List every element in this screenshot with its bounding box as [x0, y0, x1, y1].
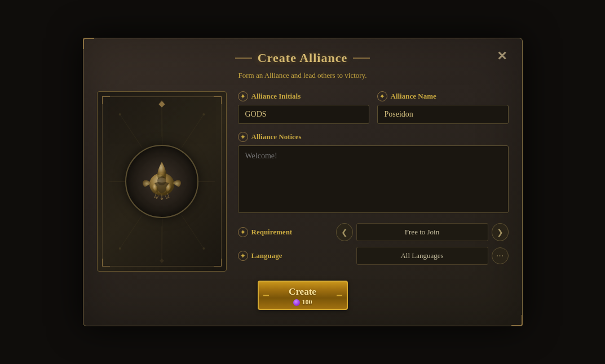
create-button[interactable]: Create 100	[258, 281, 348, 310]
language-more-button[interactable]: ···	[492, 247, 509, 264]
language-value: All Languages	[356, 247, 488, 265]
requirement-next-button[interactable]: ❯	[492, 223, 509, 241]
svg-point-10	[118, 247, 121, 250]
svg-marker-12	[160, 100, 164, 104]
alliance-initials-input[interactable]	[238, 105, 369, 124]
alliance-name-label: ✦ Alliance Name	[377, 91, 509, 101]
notices-label: ✦ Alliance Notices	[238, 132, 509, 142]
svg-point-11	[202, 247, 205, 250]
svg-line-7	[181, 215, 204, 248]
form-panel: ✦ Alliance Initials ✦ Alliance Name	[238, 91, 509, 272]
initials-name-row: ✦ Alliance Initials ✦ Alliance Name	[238, 91, 509, 124]
create-cost: 100	[287, 298, 319, 307]
initials-label-icon: ✦	[238, 91, 248, 101]
language-label: ✦ Language	[238, 251, 328, 261]
requirement-value: Free to Join	[356, 223, 488, 241]
create-label: Create	[287, 286, 319, 298]
title-box: Create Alliance	[235, 48, 370, 68]
create-alliance-modal: Create Alliance Form an Alliance and lea…	[83, 38, 523, 326]
cost-value: 100	[302, 298, 312, 307]
language-row: ✦ Language All Languages ···	[238, 247, 509, 265]
helmet-icon	[136, 156, 187, 207]
language-selector: All Languages ···	[336, 247, 509, 265]
requirement-selector: ❮ Free to Join ❯	[336, 223, 509, 241]
svg-point-9	[202, 113, 205, 116]
svg-line-4	[120, 114, 142, 148]
modal-title: Create Alliance	[258, 51, 347, 65]
lang-label-icon: ✦	[238, 251, 248, 261]
modal-subtitle: Form an Alliance and lead others to vict…	[95, 71, 511, 80]
gem-icon	[293, 299, 300, 306]
svg-point-8	[118, 113, 121, 116]
close-button[interactable]: ✕	[492, 46, 512, 66]
alliance-badge-panel	[97, 91, 227, 272]
notices-label-icon: ✦	[238, 132, 248, 142]
alliance-initials-group: ✦ Alliance Initials	[238, 91, 369, 124]
modal-body: ✦ Alliance Initials ✦ Alliance Name	[83, 86, 522, 272]
svg-line-6	[120, 215, 142, 248]
name-label-icon: ✦	[377, 91, 387, 101]
req-label-icon: ✦	[238, 227, 248, 237]
create-btn-container: Create 100	[83, 281, 522, 310]
badge-emblem	[125, 145, 198, 218]
alliance-name-input[interactable]	[377, 105, 509, 124]
svg-line-5	[181, 114, 204, 148]
alliance-notices-textarea[interactable]	[238, 145, 509, 213]
notices-row: ✦ Alliance Notices	[238, 132, 509, 215]
modal-overlay: Create Alliance Form an Alliance and lea…	[0, 0, 605, 364]
requirement-prev-button[interactable]: ❮	[336, 223, 353, 241]
modal-header: Create Alliance Form an Alliance and lea…	[83, 38, 522, 86]
alliance-name-group: ✦ Alliance Name	[377, 91, 509, 124]
svg-marker-13	[160, 259, 164, 263]
requirement-row: ✦ Requirement ❮ Free to Join ❯	[238, 223, 509, 241]
alliance-initials-label: ✦ Alliance Initials	[238, 91, 369, 101]
requirement-label: ✦ Requirement	[238, 227, 328, 237]
